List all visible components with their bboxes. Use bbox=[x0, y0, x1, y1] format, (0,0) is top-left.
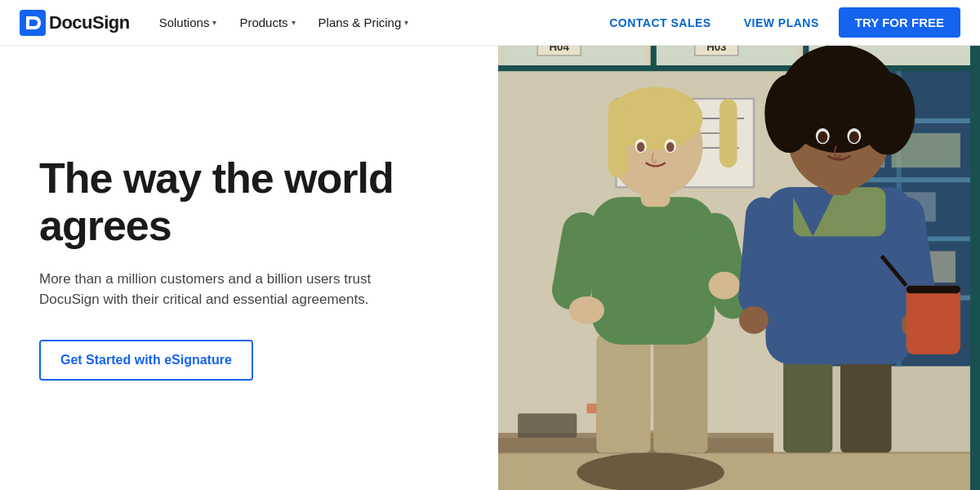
svg-rect-42 bbox=[596, 335, 650, 452]
hero-headline: The way the world agrees bbox=[39, 155, 459, 248]
svg-point-57 bbox=[666, 142, 675, 152]
svg-point-47 bbox=[569, 296, 604, 324]
nav-item-products[interactable]: Products ▾ bbox=[229, 9, 305, 36]
svg-rect-58 bbox=[783, 354, 832, 452]
svg-rect-33 bbox=[498, 452, 980, 490]
svg-rect-0 bbox=[20, 10, 46, 36]
logo-text: DocuSign bbox=[49, 12, 130, 33]
svg-rect-76 bbox=[906, 286, 960, 354]
svg-point-56 bbox=[637, 142, 645, 152]
nav-solutions-label: Solutions bbox=[159, 16, 210, 29]
svg-rect-4 bbox=[651, 46, 657, 71]
svg-rect-44 bbox=[591, 197, 715, 345]
svg-rect-43 bbox=[653, 335, 707, 452]
svg-rect-77 bbox=[906, 286, 960, 294]
svg-rect-53 bbox=[719, 99, 737, 167]
header-left: DocuSign Solutions ▾ Products ▾ Plans & … bbox=[20, 9, 418, 36]
header-right: CONTACT SALES VIEW PLANS TRY FOR FREE bbox=[596, 7, 960, 38]
nav-item-solutions[interactable]: Solutions ▾ bbox=[149, 9, 227, 36]
headline-line1: The way the world bbox=[39, 154, 394, 202]
svg-rect-79 bbox=[970, 46, 980, 490]
logo[interactable]: DocuSign bbox=[20, 10, 130, 36]
hero-section: The way the world agrees More than a mil… bbox=[0, 46, 980, 490]
svg-rect-37 bbox=[518, 413, 577, 438]
chevron-down-icon: ▾ bbox=[292, 18, 296, 27]
hero-subtext: More than a million customers and a bill… bbox=[39, 269, 415, 310]
chevron-down-icon: ▾ bbox=[212, 18, 216, 27]
nav-products-label: Products bbox=[239, 16, 287, 29]
svg-point-75 bbox=[849, 131, 859, 143]
main-header: DocuSign Solutions ▾ Products ▾ Plans & … bbox=[0, 0, 980, 46]
svg-point-71 bbox=[789, 47, 887, 106]
hero-image: H04 H03 bbox=[498, 46, 980, 490]
contact-sales-button[interactable]: CONTACT SALES bbox=[596, 10, 724, 36]
hero-illustration: H04 H03 bbox=[498, 46, 980, 490]
chevron-down-icon: ▾ bbox=[404, 18, 408, 27]
svg-rect-3 bbox=[498, 65, 980, 72]
nav-plans-label: Plans & Pricing bbox=[318, 16, 402, 29]
svg-point-64 bbox=[739, 306, 768, 334]
headline-line2: agrees bbox=[39, 202, 172, 249]
svg-point-74 bbox=[817, 131, 827, 143]
try-for-free-button[interactable]: TRY FOR FREE bbox=[839, 7, 960, 38]
view-plans-button[interactable]: VIEW PLANS bbox=[731, 10, 832, 36]
docusign-logo-icon bbox=[20, 10, 46, 36]
get-started-button[interactable]: Get Started with eSignature bbox=[39, 340, 253, 381]
nav-item-plans-pricing[interactable]: Plans & Pricing ▾ bbox=[309, 9, 419, 36]
svg-text:H03: H03 bbox=[706, 46, 726, 53]
svg-rect-59 bbox=[840, 354, 892, 452]
svg-point-48 bbox=[709, 272, 741, 300]
main-nav: Solutions ▾ Products ▾ Plans & Pricing ▾ bbox=[149, 9, 419, 36]
svg-text:H04: H04 bbox=[550, 46, 570, 53]
hero-content: The way the world agrees More than a mil… bbox=[0, 46, 498, 490]
svg-rect-52 bbox=[608, 99, 628, 177]
